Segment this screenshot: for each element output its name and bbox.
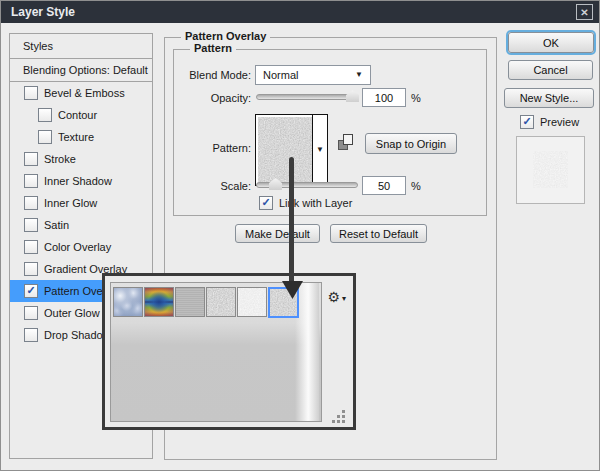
sidebar-item-inner-glow[interactable]: ✓ Inner Glow [10, 192, 152, 214]
satin-checkbox[interactable]: ✓ [24, 218, 38, 232]
contour-checkbox[interactable]: ✓ [38, 108, 52, 122]
texture-checkbox[interactable]: ✓ [38, 130, 52, 144]
make-default-button[interactable]: Make Default [235, 224, 320, 243]
group-title: Pattern [190, 42, 236, 54]
preview-pattern-swatch [533, 151, 568, 188]
inner-shadow-checkbox[interactable]: ✓ [24, 174, 38, 188]
blend-mode-select[interactable]: Normal ▼ [255, 65, 371, 85]
snap-to-origin-button[interactable]: Snap to Origin [365, 133, 457, 154]
scale-label: Scale: [121, 180, 251, 192]
preview-thumbnail [516, 136, 585, 204]
inner-glow-checkbox[interactable]: ✓ [24, 196, 38, 210]
section-title: Pattern Overlay [181, 30, 270, 42]
cancel-button[interactable]: Cancel [508, 60, 593, 80]
window-title: Layer Style [11, 5, 75, 19]
reset-to-default-button[interactable]: Reset to Default [330, 224, 427, 243]
scale-unit: % [411, 180, 421, 192]
sidebar-item-satin[interactable]: ✓ Satin [10, 214, 152, 236]
blend-mode-label: Blend Mode: [121, 69, 251, 81]
new-pattern-button[interactable] [335, 133, 355, 152]
new-style-button[interactable]: New Style... [504, 88, 594, 108]
opacity-slider-track[interactable] [256, 94, 358, 100]
gradient-overlay-checkbox[interactable]: ✓ [24, 262, 38, 276]
preview-checkbox[interactable]: ✓ [520, 115, 534, 129]
blend-mode-value: Normal [263, 69, 298, 81]
pattern-thumbnail-light-noise[interactable] [237, 287, 267, 317]
preview-row: ✓ Preview [520, 115, 579, 129]
pattern-overlay-checkbox[interactable]: ✓ [24, 284, 38, 298]
pattern-swatch[interactable] [258, 117, 312, 183]
scale-input[interactable] [362, 176, 406, 195]
pattern-thumbnail-gray-noise[interactable] [206, 287, 236, 317]
pattern-thumbnail-woven[interactable] [175, 287, 205, 317]
preview-label: Preview [540, 116, 579, 128]
gear-icon: ⚙ [327, 290, 340, 304]
chevron-down-icon: ▼ [355, 71, 363, 79]
sidebar-item-styles[interactable]: Styles [10, 34, 152, 59]
popup-menu-button[interactable]: ⚙ ▾ [327, 290, 346, 304]
opacity-unit: % [411, 92, 421, 104]
bevel-emboss-checkbox[interactable]: ✓ [24, 86, 38, 100]
close-icon[interactable]: ✕ [576, 4, 593, 20]
pattern-picker-arrow[interactable]: ▼ [312, 115, 327, 185]
link-with-layer-checkbox[interactable]: ✓ [259, 196, 273, 210]
sidebar-item-color-overlay[interactable]: ✓ Color Overlay [10, 236, 152, 258]
chevron-down-icon: ▼ [316, 146, 324, 154]
annotation-arrow-line [289, 157, 294, 283]
pattern-picker-popup: ⚙ ▾ [102, 273, 356, 430]
opacity-input[interactable] [362, 88, 406, 107]
opacity-label: Opacity: [121, 92, 251, 104]
resize-grip[interactable] [342, 410, 345, 413]
pattern-thumbnail-bubbles[interactable] [113, 287, 143, 317]
chevron-down-icon: ▾ [342, 295, 346, 303]
pattern-thumbnails [113, 287, 300, 318]
title-bar[interactable]: Layer Style [1, 1, 599, 23]
pattern-list-well [110, 282, 322, 422]
layer-style-dialog: Layer Style ✕ Styles Blending Options: D… [0, 0, 600, 471]
ok-button[interactable]: OK [508, 32, 594, 53]
outer-glow-checkbox[interactable]: ✓ [24, 306, 38, 320]
pattern-thumbnail-tie-dye[interactable] [144, 287, 174, 317]
drop-shadow-checkbox[interactable]: ✓ [24, 328, 38, 342]
pattern-label: Pattern: [121, 142, 251, 154]
stroke-checkbox[interactable]: ✓ [24, 152, 38, 166]
link-with-layer-row: ✓ Link with Layer [259, 196, 352, 210]
color-overlay-checkbox[interactable]: ✓ [24, 240, 38, 254]
sidebar-item-contour[interactable]: ✓ Contour [10, 104, 152, 126]
